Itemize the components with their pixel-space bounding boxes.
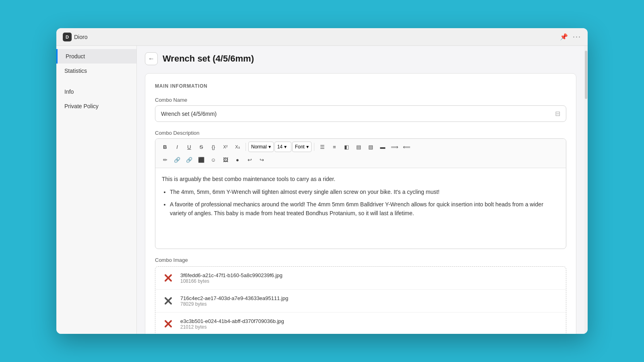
sidebar: Product Statistics Info Private Policy <box>56 46 137 334</box>
align-left-button[interactable]: ◧ <box>341 141 352 152</box>
underline-button[interactable]: U <box>184 141 195 152</box>
superscript-button[interactable]: X² <box>220 141 231 152</box>
combo-image-section: Combo Image <box>155 257 566 334</box>
more-options-icon[interactable]: ··· <box>573 33 581 41</box>
sidebar-item-private-policy[interactable]: Private Policy <box>56 99 136 113</box>
main-information-card: MAIN INFORMATION Combo Name Wrench set (… <box>145 73 576 334</box>
chevron-down-icon: ▾ <box>268 144 271 150</box>
image-size-1: 108166 bytes <box>180 278 560 284</box>
pencil-button[interactable]: ✏ <box>159 154 171 165</box>
svg-point-8 <box>167 323 169 325</box>
editor-bullet-1: The 4mm, 5mm, 6mm Y-Wrench will tighten … <box>170 187 559 196</box>
subscript-button[interactable]: X₂ <box>232 141 243 152</box>
image-name-3: e3c3b501-e024-41b4-abff-d370f709036b.jpg <box>180 318 560 324</box>
toolbar-sep-1 <box>246 143 246 151</box>
editor-intro: This is arguably the best combo maintena… <box>162 175 559 183</box>
image-item-1: 3f6fedd6-a21c-47f1-b160-5a8c990239f6.jpg… <box>155 267 566 290</box>
input-icon: ⊟ <box>555 110 560 117</box>
color-button[interactable]: ● <box>232 154 243 165</box>
title-bar-actions: 📌 ··· <box>560 33 581 41</box>
image-info-3: e3c3b501-e024-41b4-abff-d370f709036b.jpg… <box>180 318 560 330</box>
italic-button[interactable]: I <box>171 141 183 152</box>
undo-button[interactable]: ↩ <box>244 154 255 165</box>
combo-name-label: Combo Name <box>155 97 566 103</box>
scrollbar-thumb[interactable] <box>585 51 587 99</box>
sidebar-item-product[interactable]: Product <box>56 49 136 64</box>
logo-icon: D <box>63 33 72 41</box>
svg-point-2 <box>167 277 169 279</box>
editor-toolbar: B I U S {} X² X₂ Normal ▾ <box>155 139 566 168</box>
image-embed-button[interactable]: ⬛ <box>196 154 207 165</box>
unordered-list-button[interactable]: ☰ <box>317 141 328 152</box>
indent-button[interactable]: ⟹ <box>389 141 400 152</box>
style-select[interactable]: Normal ▾ <box>248 142 274 152</box>
page-header: ← Wrench set (4/5/6mm) <box>145 52 576 65</box>
combo-description-label: Combo Description <box>155 130 566 136</box>
code-button[interactable]: {} <box>208 141 219 152</box>
ordered-list-button[interactable]: ≡ <box>329 141 340 152</box>
sidebar-item-info[interactable]: Info <box>56 84 136 99</box>
image-item-3: e3c3b501-e024-41b4-abff-d370f709036b.jpg… <box>155 313 566 334</box>
image-name-2: 716c4ec2-ae17-403d-a7e9-43633ea95111.jpg <box>180 295 560 301</box>
photo-button[interactable]: 🖼 <box>220 154 231 165</box>
image-thumb-2 <box>161 294 175 308</box>
size-select[interactable]: 14 ▾ <box>275 142 291 152</box>
align-center-button[interactable]: ▤ <box>353 141 364 152</box>
link-button[interactable]: 🔗 <box>171 154 183 165</box>
title-bar: D Dioro 📌 ··· <box>56 28 588 46</box>
font-chevron-icon: ▾ <box>306 144 309 150</box>
main-wrapper: ← Wrench set (4/5/6mm) MAIN INFORMATION … <box>137 46 588 334</box>
image-size-2: 78029 bytes <box>180 301 560 307</box>
image-item-2: 716c4ec2-ae17-403d-a7e9-43633ea95111.jpg… <box>155 290 566 313</box>
strikethrough-button[interactable]: S <box>196 141 207 152</box>
back-button[interactable]: ← <box>145 52 158 65</box>
svg-point-5 <box>167 300 169 302</box>
align-justify-button[interactable]: ▬ <box>377 141 388 152</box>
toolbar-sep-2 <box>314 143 314 151</box>
editor-list: The 4mm, 5mm, 6mm Y-Wrench will tighten … <box>170 187 559 218</box>
toolbar-row-1: B I U S {} X² X₂ Normal ▾ <box>159 141 562 152</box>
section-title-main-info: MAIN INFORMATION <box>155 83 566 89</box>
editor-bullet-2: A favorite of professional mechanics aro… <box>170 200 559 218</box>
font-select[interactable]: Font ▾ <box>292 142 312 152</box>
image-name-1: 3f6fedd6-a21c-47f1-b160-5a8c990239f6.jpg <box>180 272 560 278</box>
image-info-1: 3f6fedd6-a21c-47f1-b160-5a8c990239f6.jpg… <box>180 272 560 284</box>
align-right-button[interactable]: ▧ <box>365 141 376 152</box>
image-thumb-3 <box>161 317 175 331</box>
unlink-button[interactable]: 🔗 <box>184 154 195 165</box>
image-thumb-1 <box>161 271 175 285</box>
image-info-2: 716c4ec2-ae17-403d-a7e9-43633ea95111.jpg… <box>180 295 560 307</box>
size-chevron-icon: ▾ <box>284 144 287 150</box>
pin-icon[interactable]: 📌 <box>560 33 568 41</box>
image-size-3: 21012 bytes <box>180 324 560 330</box>
bold-button[interactable]: B <box>159 141 171 152</box>
main-content: ← Wrench set (4/5/6mm) MAIN INFORMATION … <box>137 46 584 334</box>
combo-name-input[interactable]: Wrench set (4/5/6mm) ⊟ <box>155 105 566 122</box>
image-upload-area[interactable]: 3f6fedd6-a21c-47f1-b160-5a8c990239f6.jpg… <box>155 266 566 334</box>
app-name: Dioro <box>74 34 87 40</box>
scrollbar-track[interactable] <box>584 46 588 334</box>
combo-image-label: Combo Image <box>155 257 566 263</box>
outdent-button[interactable]: ⟸ <box>401 141 413 152</box>
redo-button[interactable]: ↪ <box>256 154 267 165</box>
editor-container: B I U S {} X² X₂ Normal ▾ <box>155 138 566 249</box>
toolbar-row-2: ✏ 🔗 🔗 ⬛ ☺ 🖼 ● ↩ ↪ <box>159 154 562 165</box>
editor-content[interactable]: This is arguably the best combo maintena… <box>155 168 566 249</box>
emoji-button[interactable]: ☺ <box>208 154 219 165</box>
page-title: Wrench set (4/5/6mm) <box>163 53 254 64</box>
app-logo: D Dioro <box>63 33 87 41</box>
sidebar-item-statistics[interactable]: Statistics <box>56 64 136 78</box>
